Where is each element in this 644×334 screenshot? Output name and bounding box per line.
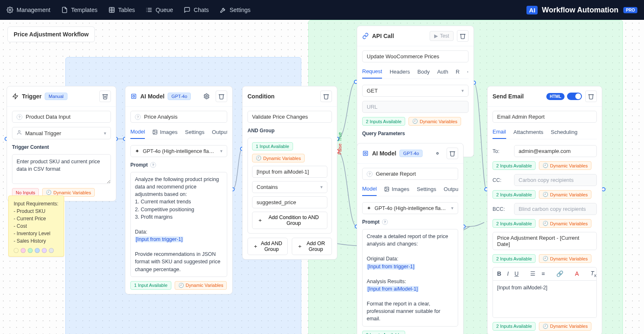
sticky-color-picker[interactable] <box>14 248 59 253</box>
trigger-name-input[interactable]: ? Product Data Input <box>12 111 111 123</box>
tab-settings[interactable]: Settings <box>417 184 436 196</box>
condition-card[interactable]: Condition Validate Price Changes AND Gro… <box>242 86 337 260</box>
toggle-switch[interactable] <box>567 93 582 100</box>
inputs-badge[interactable]: 2 Inputs Available <box>493 322 536 331</box>
underline-button[interactable]: U <box>514 270 519 277</box>
dynamic-vars-badge[interactable]: 🕘Dynamic Variables <box>539 190 591 199</box>
dynamic-vars-badge[interactable]: 🕘Dynamic Variables <box>175 281 227 290</box>
dynamic-vars-badge[interactable]: 🕘Dynamic Variables <box>539 254 591 263</box>
delete-button[interactable] <box>447 148 458 159</box>
tab-email[interactable]: Email <box>493 127 506 139</box>
tab-model[interactable]: Model <box>130 127 145 139</box>
trigger-content-textarea[interactable] <box>12 154 111 184</box>
send-email-card[interactable]: Send Email HTML Email Admin Report Email… <box>487 86 602 334</box>
nav-templates[interactable]: Templates <box>61 7 98 13</box>
workflow-canvas[interactable]: Price Adjustment Workflow True Fa <box>0 20 644 334</box>
svg-point-35 <box>437 153 438 154</box>
clock-icon: 🕘 <box>412 119 418 124</box>
model-select[interactable]: ✦ GPT-4o (High-intelligence flagship mod… <box>362 202 458 214</box>
trigger-type-select[interactable]: Manual Trigger ▾ <box>12 127 111 139</box>
add-and-group-button[interactable]: ＋Add AND Group <box>248 238 288 255</box>
model-name-input[interactable]: ? Generate Report <box>362 168 458 180</box>
list-ul-button[interactable]: ☰ <box>530 270 536 277</box>
email-name-input[interactable]: Email Admin Report <box>493 111 597 123</box>
delete-button[interactable] <box>216 91 227 102</box>
add-or-group-button[interactable]: ＋Add OR Group <box>292 238 332 255</box>
inputs-badge[interactable]: 3 Inputs Available <box>362 331 405 334</box>
bold-button[interactable]: B <box>497 270 501 277</box>
tabs-more[interactable]: ⋯ <box>467 67 469 79</box>
test-button[interactable]: ▶Test <box>430 31 454 41</box>
html-toggle[interactable]: HTML <box>546 93 582 100</box>
tab-body[interactable]: Body <box>418 67 430 79</box>
dynamic-vars-badge[interactable]: 🕘Dynamic Variables <box>409 117 461 126</box>
ai-model-1-card[interactable]: AI Model GPT-4o ? Price Analysis Model I… <box>125 86 233 294</box>
ai-model-2-card[interactable]: AI Model GPT-4o ? Generate Report Model … <box>357 143 464 334</box>
nav-management[interactable]: Management <box>7 7 50 13</box>
inputs-badge[interactable]: 1 Input Available <box>130 281 171 290</box>
http-method-select[interactable]: GET▾ <box>362 85 469 97</box>
trigger-card[interactable]: Trigger Manual ? Product Data Input Manu… <box>7 86 116 201</box>
clock-icon: 🕘 <box>543 163 548 168</box>
dynamic-vars-badge[interactable]: 🕘Dynamic Variables <box>252 154 305 162</box>
delete-button[interactable] <box>585 91 597 102</box>
api-call-card[interactable]: API Call ▶Test Update WooCommerce Prices… <box>357 26 474 157</box>
url-input[interactable]: URL <box>362 101 469 113</box>
condition-source-input[interactable]: [Input from aiModel-1] <box>252 166 327 178</box>
tab-request[interactable]: Request <box>362 67 382 79</box>
model-name-input[interactable]: ? Price Analysis <box>130 111 227 123</box>
settings-button[interactable] <box>432 148 443 159</box>
svg-rect-29 <box>133 95 135 97</box>
tab-attachments[interactable]: Attachments <box>514 127 543 139</box>
tab-model[interactable]: Model <box>362 184 377 196</box>
tab-scheduling[interactable]: Scheduling <box>551 127 577 139</box>
nav-settings[interactable]: Settings <box>220 7 251 13</box>
chip-icon <box>130 93 137 100</box>
prompt-textarea[interactable]: Create a detailed report of the price an… <box>362 229 458 327</box>
chat-icon <box>184 7 190 13</box>
model-select[interactable]: ✦ GPT-4o (High-intelligence flagship mod… <box>130 145 227 157</box>
tab-output[interactable]: Output <box>444 184 458 196</box>
tab-settings[interactable]: Settings <box>185 127 204 139</box>
tab-images[interactable]: Images <box>152 127 178 139</box>
delete-button[interactable] <box>320 91 332 102</box>
prompt-textarea[interactable]: Analyze the following product pricing da… <box>130 172 227 277</box>
inputs-badge[interactable]: 2 Inputs Available <box>493 219 536 228</box>
email-body-editor[interactable]: [Input from aiModel-2] <box>493 281 597 318</box>
tab-response[interactable]: R <box>456 67 459 79</box>
tab-output[interactable]: Output <box>212 127 227 139</box>
inputs-badge[interactable]: 2 Inputs Available <box>362 117 405 126</box>
inputs-badge[interactable]: 2 Inputs Available <box>493 254 536 263</box>
italic-button[interactable]: I <box>507 270 509 277</box>
settings-button[interactable] <box>201 91 212 102</box>
list-ol-button[interactable]: ≡ <box>541 270 545 277</box>
nav-tables[interactable]: Tables <box>108 7 135 13</box>
inputs-badge[interactable]: 2 Inputs Available <box>493 161 536 170</box>
to-input[interactable]: admin@example.com <box>514 145 597 157</box>
dynamic-vars-badge[interactable]: 🕘Dynamic Variables <box>539 322 591 331</box>
tab-headers[interactable]: Headers <box>389 67 410 79</box>
dynamic-vars-badge[interactable]: 🕘Dynamic Variables <box>539 161 591 170</box>
api-name-input[interactable]: Update WooCommerce Prices <box>362 50 469 62</box>
nav-chats[interactable]: Chats <box>184 7 209 13</box>
delete-button[interactable] <box>99 91 111 102</box>
add-condition-button[interactable]: ＋Add Condition to AND Group <box>252 212 327 229</box>
delete-button[interactable] <box>457 30 469 42</box>
condition-name-input[interactable]: Validate Price Changes <box>248 111 332 123</box>
font-color-button[interactable]: A <box>575 270 579 277</box>
inputs-badge[interactable]: 1 Input Available <box>252 142 293 150</box>
cc-input[interactable]: Carbon copy recipients <box>514 174 597 186</box>
sticky-note[interactable]: Input Requirements: - Product SKU - Curr… <box>8 196 64 257</box>
nav-queue[interactable]: Queue <box>146 7 173 13</box>
condition-value-input[interactable]: suggested_price <box>252 196 327 208</box>
inputs-badge[interactable]: 2 Inputs Available <box>493 190 536 199</box>
dynamic-vars-badge[interactable]: 🕘Dynamic Variables <box>539 219 591 228</box>
tab-images[interactable]: Images <box>384 184 409 196</box>
subject-input[interactable]: Price Adjustment Report - [Current Date] <box>493 232 597 250</box>
clear-format-button[interactable]: Tx <box>591 270 596 278</box>
tab-auth[interactable]: Auth <box>437 67 448 79</box>
condition-operator-select[interactable]: Contains▾ <box>252 181 327 193</box>
link-button[interactable]: 🔗 <box>556 270 563 277</box>
bcc-input[interactable]: Blind carbon copy recipients <box>514 203 597 215</box>
table-icon <box>108 7 115 13</box>
